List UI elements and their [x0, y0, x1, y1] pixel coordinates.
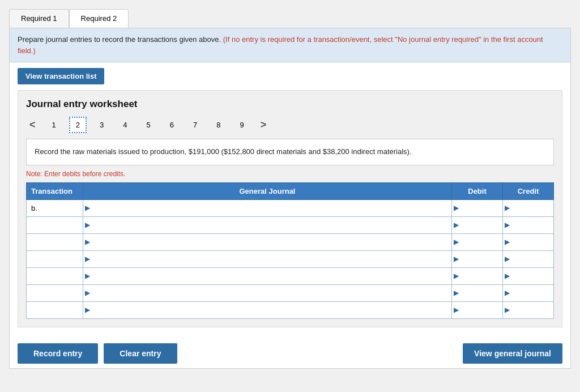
view-transaction-button[interactable]: View transaction list: [18, 68, 104, 84]
credit-arrow-2: ▶: [503, 238, 511, 246]
tab-required2[interactable]: Required 2: [69, 9, 129, 28]
bottom-buttons: Record entry Clear entry View general jo…: [10, 335, 570, 368]
general-journal-cell-2[interactable]: ▶: [83, 233, 452, 250]
credit-cell-0[interactable]: ▶: [503, 199, 554, 216]
table-header-row: Transaction General Journal Debit Credit: [27, 182, 554, 199]
row-arrow-3: ▶: [83, 255, 92, 263]
row-arrow-5: ▶: [83, 289, 92, 297]
transaction-cell-2: [27, 233, 83, 250]
general-journal-cell-4[interactable]: ▶: [83, 267, 452, 284]
tabs-bar: Required 1 Required 2: [9, 9, 571, 28]
nav-num-8[interactable]: 8: [210, 117, 227, 133]
credit-arrow-4: ▶: [503, 272, 511, 280]
record-entry-button[interactable]: Record entry: [18, 343, 98, 364]
tab-required1[interactable]: Required 1: [9, 9, 69, 28]
credit-cell-5[interactable]: ▶: [503, 284, 554, 301]
debit-cell-5[interactable]: ▶: [452, 284, 503, 301]
table-row: ▶ ▶ ▶: [27, 284, 554, 301]
nav-next-button[interactable]: >: [257, 118, 270, 132]
debit-arrow-2: ▶: [452, 238, 460, 246]
nav-num-7[interactable]: 7: [187, 117, 203, 133]
transaction-cell-6: [27, 301, 83, 318]
general-journal-input-6[interactable]: [92, 302, 451, 318]
clear-entry-button[interactable]: Clear entry: [104, 343, 177, 364]
transaction-cell-5: [27, 284, 83, 301]
general-journal-cell-5[interactable]: ▶: [83, 284, 452, 301]
debit-input-0[interactable]: [460, 200, 502, 216]
row-arrow-0: ▶: [83, 204, 92, 212]
debit-cell-0[interactable]: ▶: [452, 199, 503, 216]
table-row: ▶ ▶ ▶: [27, 216, 554, 233]
nav-num-9[interactable]: 9: [233, 117, 250, 133]
debit-input-3[interactable]: [460, 251, 502, 267]
debit-input-1[interactable]: [460, 217, 502, 233]
view-btn-row: View transaction list: [10, 62, 570, 90]
col-header-debit: Debit: [452, 182, 503, 199]
nav-num-2[interactable]: 2: [69, 117, 87, 133]
debit-arrow-0: ▶: [452, 204, 460, 212]
general-journal-input-3[interactable]: [92, 251, 451, 267]
nav-prev-button[interactable]: <: [26, 118, 39, 132]
credit-input-5[interactable]: [511, 285, 553, 301]
general-journal-input-1[interactable]: [92, 217, 451, 233]
debit-input-2[interactable]: [460, 234, 502, 250]
row-arrow-2: ▶: [83, 238, 92, 246]
col-header-credit: Credit: [503, 182, 554, 199]
credit-arrow-6: ▶: [503, 306, 511, 314]
nav-num-3[interactable]: 3: [93, 117, 110, 133]
transaction-cell-3: [27, 250, 83, 267]
general-journal-input-2[interactable]: [92, 234, 451, 250]
debit-input-5[interactable]: [460, 285, 502, 301]
debit-cell-4[interactable]: ▶: [452, 267, 503, 284]
note-text: Note: Enter debits before credits.: [26, 170, 554, 178]
table-row: ▶ ▶ ▶: [27, 250, 554, 267]
credit-cell-1[interactable]: ▶: [503, 216, 554, 233]
general-journal-input-0[interactable]: [92, 200, 451, 216]
credit-cell-6[interactable]: ▶: [503, 301, 554, 318]
view-general-journal-button[interactable]: View general journal: [463, 343, 562, 364]
general-journal-cell-0[interactable]: ▶: [83, 199, 452, 216]
nav-num-6[interactable]: 6: [164, 117, 180, 133]
transaction-cell-0: b.: [27, 199, 83, 216]
debit-input-6[interactable]: [460, 302, 502, 318]
instruction-box: Prepare journal entries to record the tr…: [10, 28, 570, 62]
debit-arrow-4: ▶: [452, 272, 460, 280]
debit-cell-1[interactable]: ▶: [452, 216, 503, 233]
credit-input-4[interactable]: [511, 268, 553, 284]
credit-input-6[interactable]: [511, 302, 553, 318]
credit-arrow-5: ▶: [503, 289, 511, 297]
credit-cell-2[interactable]: ▶: [503, 233, 554, 250]
general-journal-cell-3[interactable]: ▶: [83, 250, 452, 267]
general-journal-cell-1[interactable]: ▶: [83, 216, 452, 233]
description-box: Record the raw materials issued to produ…: [26, 139, 554, 165]
transaction-cell-1: [27, 216, 83, 233]
credit-input-0[interactable]: [511, 200, 553, 216]
debit-cell-2[interactable]: ▶: [452, 233, 503, 250]
credit-input-3[interactable]: [511, 251, 553, 267]
debit-cell-6[interactable]: ▶: [452, 301, 503, 318]
worksheet-title: Journal entry worksheet: [26, 99, 554, 110]
debit-input-4[interactable]: [460, 268, 502, 284]
nav-num-5[interactable]: 5: [140, 117, 156, 133]
general-journal-input-4[interactable]: [92, 268, 451, 284]
table-row: ▶ ▶ ▶: [27, 301, 554, 318]
credit-arrow-0: ▶: [503, 204, 511, 212]
instruction-normal: Prepare journal entries to record the tr…: [18, 35, 221, 44]
main-container: Prepare journal entries to record the tr…: [9, 28, 571, 369]
credit-cell-3[interactable]: ▶: [503, 250, 554, 267]
table-row: ▶ ▶ ▶: [27, 233, 554, 250]
journal-table: Transaction General Journal Debit Credit…: [26, 182, 554, 319]
transaction-cell-4: [27, 267, 83, 284]
debit-arrow-5: ▶: [452, 289, 460, 297]
credit-arrow-3: ▶: [503, 255, 511, 263]
credit-input-2[interactable]: [511, 234, 553, 250]
credit-cell-4[interactable]: ▶: [503, 267, 554, 284]
nav-num-1[interactable]: 1: [46, 117, 62, 133]
row-arrow-1: ▶: [83, 221, 92, 229]
general-journal-input-5[interactable]: [92, 285, 451, 301]
nav-num-4[interactable]: 4: [117, 117, 133, 133]
credit-input-1[interactable]: [511, 217, 553, 233]
debit-cell-3[interactable]: ▶: [452, 250, 503, 267]
general-journal-cell-6[interactable]: ▶: [83, 301, 452, 318]
nav-row: < 1 2 3 4 5 6 7 8 9 >: [26, 117, 554, 133]
